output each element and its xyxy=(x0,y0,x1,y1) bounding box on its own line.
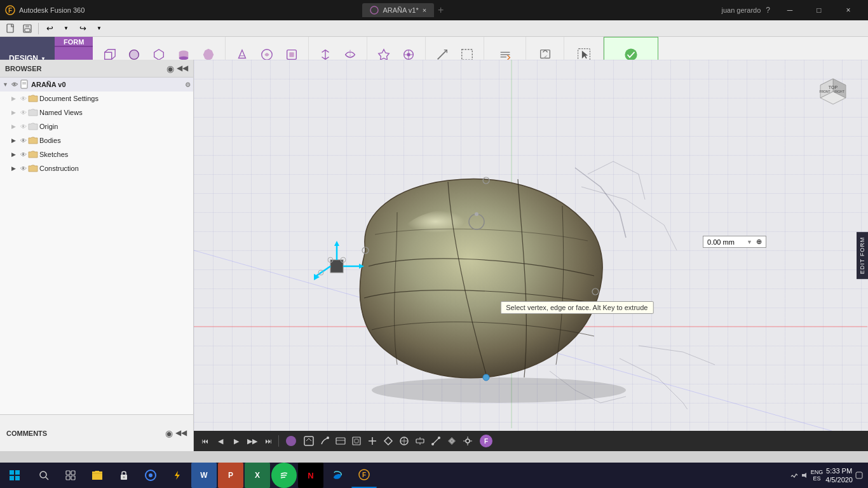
save-dropdown-icon[interactable] xyxy=(20,22,34,36)
browser-content: ▼ 👁 ARAÑA v0 ⚙ ▶ 👁 Document Settings ▶ 👁… xyxy=(0,78,193,414)
svg-text:F: F xyxy=(362,471,366,478)
tree-item-origin[interactable]: ▶ 👁 Origin xyxy=(0,119,193,133)
svg-rect-68 xyxy=(304,437,313,445)
dimension-input[interactable]: ▼ ⊕ xyxy=(703,236,766,248)
browser-collapse-button[interactable]: ◀◀ xyxy=(177,64,188,74)
document-tab[interactable]: ARAÑA v1* × xyxy=(362,3,434,17)
close-button[interactable]: × xyxy=(834,0,863,20)
volume-icon xyxy=(801,471,808,479)
comments-pin-button[interactable]: ◉ xyxy=(165,428,173,438)
undo-dropdown[interactable]: ▼ xyxy=(59,22,73,36)
svg-point-69 xyxy=(327,437,329,439)
anim-special-button[interactable]: F xyxy=(477,434,496,448)
system-tray: ENG ES 5:33 PM 4/5/2020 xyxy=(790,466,868,485)
taskbar-netflix[interactable]: N xyxy=(298,463,323,488)
eye-icon-origin[interactable]: 👁 xyxy=(20,123,27,130)
dim-dropdown[interactable]: ▼ xyxy=(747,239,752,245)
tree-item-named-views[interactable]: ▶ 👁 Named Views xyxy=(0,105,193,119)
taskbar-search[interactable] xyxy=(31,463,57,488)
help-button[interactable]: ? xyxy=(766,6,770,15)
comments-label: COMMENTS xyxy=(6,430,47,437)
svg-rect-72 xyxy=(353,437,360,445)
taskbar-explorer[interactable] xyxy=(85,463,110,488)
svg-rect-113 xyxy=(15,476,20,480)
anim-tool-4[interactable] xyxy=(334,434,348,448)
taskbar-lock[interactable] xyxy=(111,463,137,488)
notification-icon[interactable] xyxy=(855,471,863,479)
browser-pin-button[interactable]: ◉ xyxy=(166,64,174,74)
anim-to-end[interactable]: ⏭ xyxy=(261,434,275,448)
taskbar-fusion[interactable]: F xyxy=(351,463,377,488)
viewcube[interactable]: TOP RIGHT FRONT xyxy=(808,66,858,117)
anim-play[interactable]: ▶ xyxy=(229,434,243,448)
svg-point-84 xyxy=(431,443,434,445)
maximize-button[interactable]: □ xyxy=(804,0,834,20)
taskbar-excel[interactable]: X xyxy=(245,463,270,488)
svg-rect-79 xyxy=(416,439,424,443)
taskbar-spotify[interactable] xyxy=(271,463,297,488)
minimize-button[interactable]: ─ xyxy=(775,0,804,20)
svg-rect-128 xyxy=(856,472,862,478)
taskbar-powerpoint[interactable]: P xyxy=(218,463,243,488)
doc-icon xyxy=(20,79,30,90)
clock-time: 5:33 PM xyxy=(825,466,853,475)
eye-icon-root[interactable]: 👁 xyxy=(11,81,18,88)
svg-rect-7 xyxy=(105,52,112,59)
eye-icon-doc[interactable]: 👁 xyxy=(20,95,27,102)
grid-lines xyxy=(194,60,868,451)
taskbar-thunder[interactable] xyxy=(165,463,190,488)
form-tab[interactable]: FORM xyxy=(55,38,93,47)
new-file-icon[interactable] xyxy=(4,22,18,36)
taskbar-task-view[interactable] xyxy=(58,463,83,488)
redo-dropdown[interactable]: ▼ xyxy=(92,22,106,36)
root-settings-icon[interactable]: ⚙ xyxy=(185,81,191,88)
tab-close-button[interactable]: × xyxy=(423,6,426,14)
start-button[interactable] xyxy=(0,463,29,488)
anim-tool-1[interactable] xyxy=(282,434,300,448)
viewport[interactable]: Select vertex, edge or face. Alt Key to … xyxy=(194,60,868,451)
svg-rect-112 xyxy=(10,476,14,480)
anim-tool-5[interactable] xyxy=(349,434,363,448)
taskbar-chrome[interactable] xyxy=(138,463,163,488)
network-icon xyxy=(790,471,798,479)
anim-tool-12[interactable] xyxy=(461,434,475,448)
tree-item-root[interactable]: ▼ 👁 ARAÑA v0 ⚙ xyxy=(0,78,193,92)
eye-icon-named[interactable]: 👁 xyxy=(20,109,27,116)
tree-item-construction[interactable]: ▶ 👁 Construction xyxy=(0,161,193,175)
new-tab-button[interactable]: + xyxy=(438,4,444,16)
eye-icon-sketches[interactable]: 👁 xyxy=(20,151,27,158)
form-label: FORM xyxy=(64,38,84,46)
anim-prev[interactable]: ◀ xyxy=(214,434,227,448)
anim-tool-2[interactable] xyxy=(302,434,316,448)
tree-item-sketches[interactable]: ▶ 👁 Sketches xyxy=(0,147,193,161)
undo-button[interactable]: ↩ xyxy=(43,22,57,36)
anim-next[interactable]: ▶▶ xyxy=(245,434,259,448)
bodies-label: Bodies xyxy=(39,137,61,144)
eye-icon-construction[interactable]: 👁 xyxy=(20,165,27,172)
anim-tool-3[interactable] xyxy=(318,434,332,448)
tree-item-doc-settings[interactable]: ▶ 👁 Document Settings xyxy=(0,92,193,105)
edit-form-tab[interactable]: EDIT FORM xyxy=(857,232,868,279)
anim-tool-6[interactable] xyxy=(365,434,379,448)
svg-rect-30 xyxy=(462,50,473,60)
app-icon: F Autodesk Fusion 360 xyxy=(5,5,85,15)
construction-folder-icon xyxy=(28,163,38,173)
comments-collapse-button[interactable]: ◀◀ xyxy=(175,428,187,438)
anim-to-start[interactable]: ⏮ xyxy=(198,434,212,448)
viewport-canvas[interactable]: Select vertex, edge or face. Alt Key to … xyxy=(194,60,868,451)
left-panel: BROWSER ◉ ◀◀ ▼ 👁 ARAÑA v0 ⚙ ▶ 👁 Document… xyxy=(0,60,194,451)
anim-tool-11[interactable] xyxy=(445,434,459,448)
eye-icon-bodies[interactable]: 👁 xyxy=(20,137,27,144)
anim-tool-8[interactable] xyxy=(397,434,411,448)
tree-item-bodies[interactable]: ▶ 👁 Bodies xyxy=(0,133,193,147)
anim-tool-7[interactable] xyxy=(381,434,395,448)
bodies-folder-icon xyxy=(28,135,38,146)
taskbar-word[interactable]: W xyxy=(191,463,217,488)
dim-target-icon[interactable]: ⊕ xyxy=(756,238,762,246)
anim-tool-9[interactable] xyxy=(413,434,427,448)
anim-tool-10[interactable] xyxy=(429,434,443,448)
taskbar-edge[interactable] xyxy=(325,463,350,488)
dim-value-field[interactable] xyxy=(707,238,745,246)
redo-button[interactable]: ↪ xyxy=(76,22,90,36)
svg-point-87 xyxy=(466,439,470,443)
